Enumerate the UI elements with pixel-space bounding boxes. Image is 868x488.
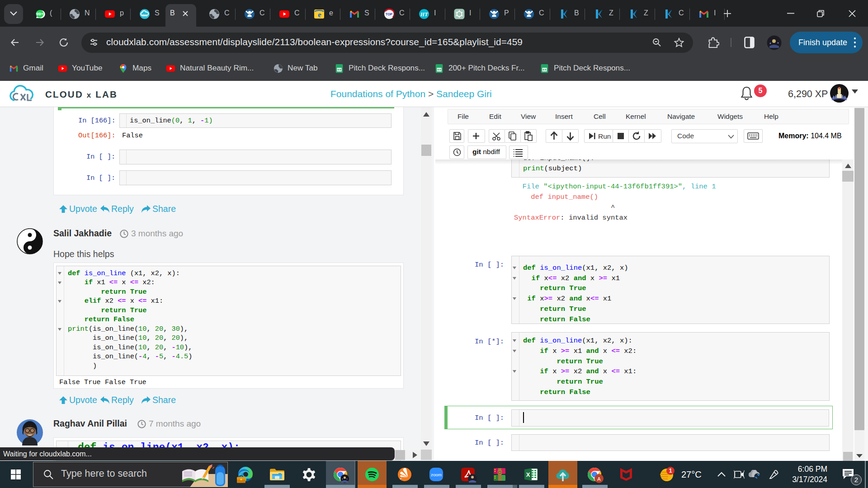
svg-text:CXL: CXL: [142, 14, 148, 17]
svg-text:HT: HT: [420, 11, 428, 18]
svg-text:X: X: [526, 471, 530, 478]
svg-text:1: 1: [669, 468, 672, 474]
svg-text:TOP: TOP: [386, 12, 392, 16]
svg-text:99+: 99+: [36, 11, 44, 16]
svg-text:zoom: zoom: [431, 472, 442, 477]
svg-text:Run: Run: [598, 132, 611, 140]
svg-text:e: e: [318, 10, 321, 19]
svg-text:A: A: [597, 476, 601, 482]
